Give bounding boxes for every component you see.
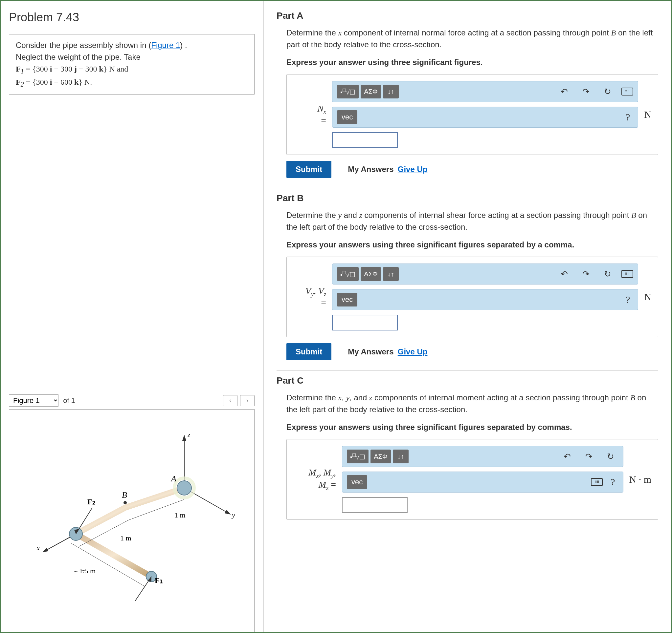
part-c-title: Part C — [277, 375, 658, 386]
part-a-var: Nx= — [293, 103, 326, 126]
f1-label: F — [16, 65, 21, 73]
part-c-toolbar2: vec ⠿⠿? — [342, 472, 623, 492]
part-b-var: Vy, Vz= — [293, 286, 326, 308]
vec-button[interactable]: vec — [337, 293, 357, 306]
figure-next-button[interactable]: › — [240, 395, 255, 406]
part-c-var: Mx, My,Mz = — [293, 467, 336, 491]
svg-line-16 — [79, 520, 128, 547]
undo-button[interactable]: ↶ — [556, 267, 572, 281]
templates-button[interactable]: ▪□√☐ — [337, 85, 359, 98]
f2-label: F — [16, 78, 21, 86]
part-a-unit: N — [644, 109, 651, 120]
figure-prev-button[interactable]: ‹ — [223, 395, 238, 406]
part-b-desc: Determine the y and z components of inte… — [277, 209, 658, 233]
axis-y: y — [231, 511, 235, 519]
part-a-giveup[interactable]: Give Up — [398, 165, 428, 174]
templates-button[interactable]: ▪□√☐ — [337, 267, 359, 281]
part-b-unit: N — [644, 292, 651, 303]
redo-button[interactable]: ↷ — [581, 450, 597, 463]
problem-title: Problem 7.43 — [9, 10, 255, 24]
figure-image: z y x B A F₂ — [9, 409, 255, 632]
keyboard-icon[interactable]: ⠿⠿ — [621, 87, 633, 96]
part-b-submit[interactable]: Submit — [286, 343, 331, 360]
part-b-title: Part B — [277, 193, 658, 203]
label-B: B — [122, 490, 127, 500]
undo-button[interactable]: ↶ — [559, 450, 575, 463]
part-c-unit: N · m — [629, 474, 652, 485]
vec-button[interactable]: vec — [347, 475, 367, 489]
part-a-toolbar2: vec ? — [332, 107, 638, 128]
part-a-input[interactable] — [332, 132, 398, 148]
part-c-toolbar: ▪□√☐ ΑΣΦ ↓↑ ↶ ↷ ↻ — [342, 446, 623, 467]
f1-sub: 1 — [21, 68, 24, 75]
undo-button[interactable]: ↶ — [556, 85, 572, 98]
keyboard-icon[interactable]: ⠿⠿ — [621, 270, 633, 278]
part-a-answer-box: Nx= ▪□√☐ ΑΣΦ ↓↑ ↶ ↷ ↻ ⠿⠿ vec ? — [286, 74, 658, 155]
vec-button[interactable]: vec — [337, 110, 357, 124]
part-b-input[interactable] — [332, 315, 398, 330]
reset-button[interactable]: ↻ — [600, 267, 616, 281]
figure-section: Figure 1 of 1 ‹ › — [9, 395, 255, 632]
label-F2: F₂ — [87, 498, 96, 506]
problem-statement: Consider the pipe assembly shown in (Fig… — [9, 34, 255, 95]
help-button[interactable]: ? — [607, 477, 618, 488]
part-b-toolbar: ▪□√☐ ΑΣΦ ↓↑ ↶ ↷ ↻ ⠿⠿ — [332, 263, 638, 284]
line2: Neglect the weight of the pipe. Take — [16, 52, 141, 61]
label-A: A — [170, 474, 176, 483]
part-a-desc: Determine the x component of internal no… — [277, 27, 658, 51]
svg-line-1 — [184, 488, 230, 514]
f2-expr: = {300 i − 600 k} N. — [24, 78, 92, 86]
svg-point-10 — [123, 501, 127, 504]
subsup-button[interactable]: ↓↑ — [393, 450, 409, 463]
part-a-toolbar: ▪□√☐ ΑΣΦ ↓↑ ↶ ↷ ↻ ⠿⠿ — [332, 81, 638, 102]
part-c-desc: Determine the x, y, and z components of … — [277, 392, 658, 415]
keyboard-icon[interactable]: ⠿⠿ — [591, 478, 603, 486]
greek-button[interactable]: ΑΣΦ — [370, 450, 391, 463]
part-b-instruct: Express your answers using three signifi… — [277, 239, 658, 251]
svg-line-3 — [76, 508, 125, 534]
part-b-giveup[interactable]: Give Up — [398, 347, 428, 356]
part-c-input[interactable] — [342, 497, 408, 513]
figure-select[interactable]: Figure 1 — [9, 395, 58, 407]
subsup-button[interactable]: ↓↑ — [383, 267, 399, 281]
axis-x: x — [36, 544, 40, 552]
greek-button[interactable]: ΑΣΦ — [361, 85, 381, 98]
subsup-button[interactable]: ↓↑ — [383, 85, 399, 98]
dim-1m-a: 1 m — [174, 511, 186, 519]
part-b-answer-box: Vy, Vz= ▪□√☐ ΑΣΦ ↓↑ ↶ ↷ ↻ ⠿⠿ vec ? — [286, 257, 658, 337]
part-c-instruct: Express your answers using three signifi… — [277, 421, 658, 433]
part-c-answer-box: Mx, My,Mz = ▪□√☐ ΑΣΦ ↓↑ ↶ ↷ ↻ vec ⠿⠿? N — [286, 439, 658, 520]
templates-button[interactable]: ▪□√☐ — [347, 450, 368, 463]
intro-pre: Consider the pipe assembly shown in ( — [16, 41, 151, 50]
f1-expr: = {300 i − 300 j − 300 k} N and — [24, 65, 128, 73]
greek-button[interactable]: ΑΣΦ — [361, 267, 381, 281]
f2-sub: 2 — [21, 81, 24, 88]
part-b-myanswers: My Answers — [348, 347, 393, 356]
figure-link[interactable]: Figure 1 — [151, 41, 180, 50]
part-a-submit[interactable]: Submit — [286, 161, 331, 178]
part-a-title: Part A — [277, 10, 658, 21]
help-button[interactable]: ? — [622, 294, 633, 305]
dim-1m-b: 1 m — [120, 534, 131, 542]
axis-z: z — [187, 431, 191, 439]
reset-button[interactable]: ↻ — [603, 450, 619, 463]
help-button[interactable]: ? — [622, 111, 633, 123]
reset-button[interactable]: ↻ — [600, 85, 616, 98]
label-F1: F₁ — [155, 576, 163, 585]
redo-button[interactable]: ↷ — [578, 85, 594, 98]
part-b-toolbar2: vec ? — [332, 289, 638, 310]
part-a-myanswers: My Answers — [348, 165, 393, 174]
svg-point-6 — [177, 481, 191, 495]
intro-post: ) . — [180, 41, 187, 50]
figure-of: of 1 — [63, 397, 75, 405]
part-a-instruct: Express your answer using three signific… — [277, 56, 658, 68]
redo-button[interactable]: ↷ — [578, 267, 594, 281]
